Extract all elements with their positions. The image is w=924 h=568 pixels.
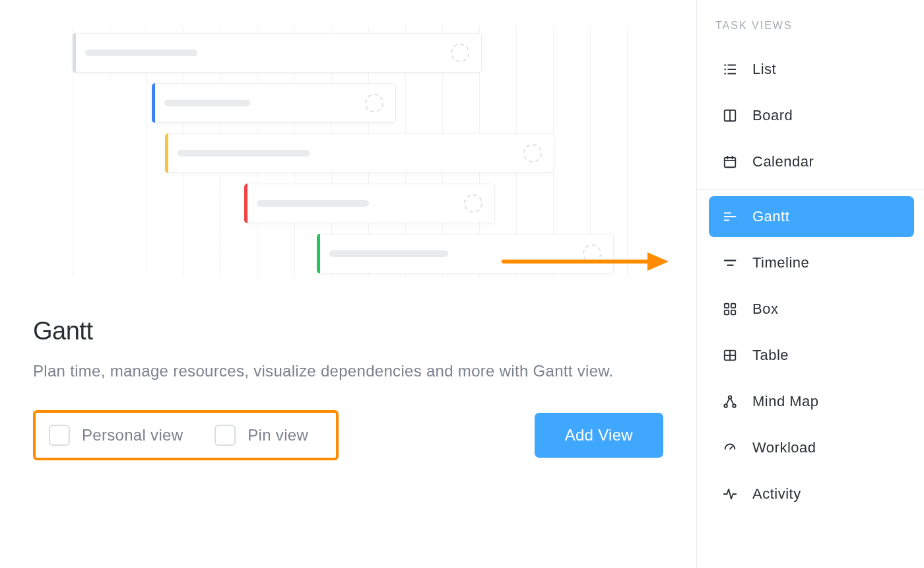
sidebar-item-label: Mind Map — [752, 393, 819, 410]
assignee-placeholder-icon — [451, 44, 469, 62]
add-view-button[interactable]: Add View — [535, 413, 663, 458]
sidebar-item-label: Activity — [752, 485, 801, 503]
sidebar-header: TASK VIEWS — [709, 20, 914, 44]
gantt-bar — [152, 83, 396, 123]
sidebar-item-label: Gantt — [752, 208, 789, 225]
svg-rect-10 — [725, 158, 736, 168]
svg-rect-19 — [725, 304, 729, 308]
table-icon — [722, 347, 738, 363]
gantt-bar-color-tag — [165, 133, 168, 173]
mindmap-icon — [722, 394, 738, 409]
svg-point-4 — [724, 73, 726, 75]
assignee-placeholder-icon — [464, 194, 482, 213]
personal-view-checkbox[interactable]: Personal view — [49, 425, 183, 446]
svg-rect-22 — [731, 310, 735, 314]
assignee-placeholder-icon — [523, 144, 542, 162]
svg-point-2 — [724, 64, 726, 66]
sidebar-item-label: Board — [752, 107, 793, 124]
view-footer: Personal view Pin view Add View — [33, 410, 663, 460]
gantt-bar — [244, 184, 495, 223]
pin-view-checkbox[interactable]: Pin view — [214, 425, 308, 446]
sidebar-item-box[interactable]: Box — [709, 289, 914, 330]
sidebar-item-table[interactable]: Table — [709, 335, 914, 376]
box-icon — [722, 301, 738, 317]
sidebar-divider — [697, 189, 924, 190]
view-title: Gantt — [33, 317, 637, 345]
gantt-bar-color-tag — [244, 184, 248, 223]
sidebar-item-timeline[interactable]: Timeline — [709, 242, 914, 283]
gantt-bar-color-tag — [317, 234, 320, 273]
assignee-placeholder-icon — [365, 94, 383, 112]
gantt-bar — [73, 33, 482, 73]
checkbox-box — [214, 425, 236, 446]
task-views-sidebar: TASK VIEWS List Boa — [696, 0, 924, 568]
checkbox-label: Personal view — [82, 426, 183, 444]
sidebar-item-label: List — [752, 61, 776, 78]
placeholder-line — [329, 250, 448, 257]
placeholder-line — [164, 100, 250, 106]
board-icon — [722, 108, 738, 124]
checkbox-label: Pin view — [248, 426, 308, 444]
svg-marker-1 — [647, 252, 669, 271]
view-info: Gantt Plan time, manage resources, visua… — [33, 317, 637, 384]
svg-rect-21 — [725, 310, 729, 314]
workload-icon — [722, 440, 738, 456]
placeholder-line — [85, 50, 197, 56]
sidebar-item-list[interactable]: List — [709, 49, 914, 90]
sidebar-item-activity[interactable]: Activity — [709, 474, 914, 515]
sidebar-item-label: Box — [752, 301, 778, 318]
svg-rect-20 — [731, 304, 735, 308]
gantt-icon — [722, 209, 738, 225]
checkbox-box — [49, 425, 70, 446]
activity-icon — [722, 486, 738, 502]
placeholder-line — [178, 150, 310, 157]
view-description: Plan time, manage resources, visualize d… — [33, 359, 614, 384]
placeholder-line — [257, 200, 369, 207]
sidebar-item-calendar[interactable]: Calendar — [709, 141, 914, 182]
list-icon — [722, 61, 738, 77]
sidebar-item-label: Table — [752, 347, 789, 364]
viewport: Gantt Plan time, manage resources, visua… — [0, 0, 924, 568]
svg-line-29 — [730, 446, 733, 449]
main-panel: Gantt Plan time, manage resources, visua… — [0, 0, 696, 568]
sidebar-item-board[interactable]: Board — [709, 95, 914, 136]
sidebar-item-label: Timeline — [752, 254, 809, 271]
svg-point-3 — [724, 69, 726, 71]
annotation-arrow-icon — [501, 248, 673, 275]
gantt-bar-color-tag — [73, 33, 76, 73]
sidebar-item-gantt[interactable]: Gantt — [709, 196, 914, 237]
sidebar-item-label: Calendar — [752, 153, 814, 170]
timeline-icon — [722, 255, 738, 271]
sidebar-item-workload[interactable]: Workload — [709, 427, 914, 468]
sidebar-item-mindmap[interactable]: Mind Map — [709, 381, 914, 422]
view-options-highlight: Personal view Pin view — [33, 410, 339, 460]
gantt-illustration — [33, 26, 663, 277]
calendar-icon — [722, 154, 738, 170]
gantt-bar — [165, 133, 554, 173]
sidebar-item-label: Workload — [752, 439, 816, 456]
gantt-bar-color-tag — [152, 83, 155, 123]
